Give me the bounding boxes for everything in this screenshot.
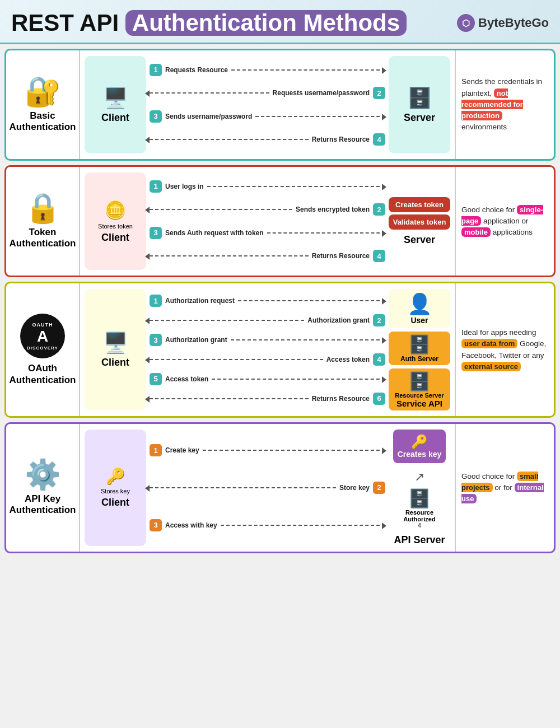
basic-step2: 2 Requests username/password <box>150 87 385 99</box>
user-data-tag: user data from <box>461 339 517 348</box>
ostep6-text: Returns Resource <box>312 395 370 403</box>
apikey-middle: 🔑 Stores key Client 1 Create key 2 Store… <box>79 424 456 552</box>
token-server-label: Server <box>389 234 450 246</box>
header: REST API Authentication Methods ⬡ ByteBy… <box>0 0 560 44</box>
kstep1-arrow <box>203 450 385 451</box>
token-lock-icon: 🔒 <box>25 193 61 222</box>
basic-note: Sends the credentials in plaintext, not … <box>456 50 554 159</box>
oauth-note: Ideal for apps needing user data from Go… <box>456 283 554 416</box>
tstep1-badge: 1 <box>150 180 162 193</box>
section-basic: 🔐 Basic Authentication 🖥️ Client 1 Reque… <box>4 49 556 161</box>
token-label: Token Authentication <box>10 227 76 250</box>
apikey-arrows: 1 Create key 2 Store key 3 Access with k… <box>150 430 385 546</box>
page-title: REST API Authentication Methods <box>11 10 407 36</box>
apikey-client-box: 🔑 Stores key Client <box>85 430 146 546</box>
ostep4-badge: 4 <box>373 353 385 366</box>
creates-token-box: Creates token <box>389 197 450 212</box>
apikey-server-label: API Server <box>394 534 445 546</box>
ostep2-text: Authorization grant <box>307 316 370 324</box>
ostep5-badge: 5 <box>150 373 162 385</box>
logo: ⬡ ByteByteGo <box>457 14 549 32</box>
basic-step1: 1 Requests Resource <box>150 64 385 76</box>
basic-server-label: Server <box>404 112 435 124</box>
oauth-text: OAUTH <box>32 322 53 328</box>
basic-note-text: Sends the credentials in plaintext, not … <box>461 76 548 133</box>
tstep2-arrow <box>150 209 292 210</box>
step1-badge: 1 <box>150 64 162 76</box>
apikey-client-label: Client <box>101 497 129 508</box>
basic-server-box: 🗄️ Server <box>389 56 450 153</box>
validates-token-box: Validates token <box>389 214 450 230</box>
token-client-sub: Stores token <box>98 223 133 230</box>
apikey-note: Good choice for small projects or for in… <box>456 424 554 552</box>
key-client-icon: 🔑 <box>106 467 125 486</box>
apikey-icon: ⚙️ <box>25 460 61 489</box>
tstep4-text: Returns Resource <box>312 252 370 260</box>
oauth-step3: 3 Authorization grant <box>150 334 385 346</box>
basic-label: Basic Authentication <box>10 110 76 133</box>
oauth-a: A <box>37 329 48 344</box>
page: REST API Authentication Methods ⬡ ByteBy… <box>0 0 560 553</box>
kstep1-text: Create key <box>165 446 199 454</box>
tstep4-arrow <box>150 255 309 256</box>
oauth-resource-server-box: 🗄️ Resource Server Service API <box>389 368 450 410</box>
oauth-server-col: 👤 User 🗄️ Auth Server 🗄️ Resource Server… <box>389 289 450 410</box>
oauth-step6: 6 Returns Resource <box>150 393 385 405</box>
tstep3-badge: 3 <box>150 227 162 239</box>
ostep1-badge: 1 <box>150 295 162 307</box>
apikey-diagram: 🔑 Stores key Client 1 Create key 2 Store… <box>85 430 450 546</box>
ostep4-text: Access token <box>326 356 370 363</box>
token-step1: 1 User logs in <box>150 180 385 193</box>
section-oauth: OAUTH A DISCOVERY OAuth Authentication 🖥… <box>4 282 556 418</box>
step4-label: 4 <box>389 522 450 529</box>
apikey-client-sub: Stores key <box>101 488 130 494</box>
step3-text: Sends username/password <box>165 113 252 120</box>
tstep4-badge: 4 <box>373 250 385 262</box>
oauth-step1: 1 Authorization request <box>150 295 385 307</box>
oauth-step2: 2 Authorization grant <box>150 314 385 326</box>
resource-auth-label: Resource Authorized <box>389 509 450 522</box>
not-recommended-tag: not recommended for production <box>461 88 523 121</box>
tstep1-arrow <box>207 186 385 187</box>
step1-text: Requests Resource <box>165 66 228 74</box>
oauth-user-label: User <box>391 316 448 325</box>
ostep4-arrow <box>150 359 323 360</box>
step4-text: Returns Resource <box>312 136 370 143</box>
token-client-label: Client <box>101 232 129 244</box>
basic-step3: 3 Sends username/password <box>150 110 385 123</box>
tstep1-text: User logs in <box>165 183 204 190</box>
token-client-box: 🪙 Stores token Client <box>85 172 146 270</box>
ostep3-badge: 3 <box>150 334 162 346</box>
oauth-client-label: Client <box>101 357 129 368</box>
oauth-step4: 4 Access token <box>150 353 385 366</box>
creates-token-label: Creates token <box>395 200 444 209</box>
tstep3-text: Sends Auth request with token <box>165 229 264 237</box>
oauth-discovery: DISCOVERY <box>27 346 58 351</box>
step4-arrow <box>150 139 309 140</box>
basic-client-box: 🖥️ Client <box>85 56 146 153</box>
step4-badge: 4 <box>373 133 385 146</box>
step2-badge: 2 <box>373 87 385 99</box>
token-middle: 🪙 Stores token Client 1 User logs in 2 S… <box>79 167 456 276</box>
step2-arrow <box>150 92 269 94</box>
oauth-step5: 5 Access token <box>150 373 385 385</box>
tstep3-arrow <box>267 232 385 234</box>
user-icon: 👤 <box>391 292 448 316</box>
oauth-resource-label: Resource Server <box>391 392 448 399</box>
step2-text: Requests username/password <box>273 89 370 97</box>
apikey-server-group: 🗄️ Resource Authorized 4 <box>389 488 450 529</box>
tstep2-text: Sends encrypted token <box>296 206 370 213</box>
title-purple: Authentication Methods <box>125 10 407 36</box>
token-arrows: 1 User logs in 2 Sends encrypted token 3… <box>150 172 385 270</box>
apikey-label: API Key Authentication <box>10 493 76 516</box>
logo-text: ByteByteGo <box>478 16 549 30</box>
ostep3-text: Authorization grant <box>165 336 227 344</box>
apikey-server-col: 🔑 Creates key ↗ 🗄️ Resource Authorized 4… <box>389 430 450 546</box>
auth-db-icon: 🗄️ <box>391 334 448 355</box>
creates-key-label: Creates key <box>398 450 442 459</box>
oauth-label: OAuth Authentication <box>10 363 76 386</box>
mobile-tag: mobile <box>461 227 491 237</box>
token-note: Good choice for single-page application … <box>456 167 554 276</box>
ostep5-text: Access token <box>165 375 208 383</box>
kstep2-text: Store key <box>339 484 370 492</box>
